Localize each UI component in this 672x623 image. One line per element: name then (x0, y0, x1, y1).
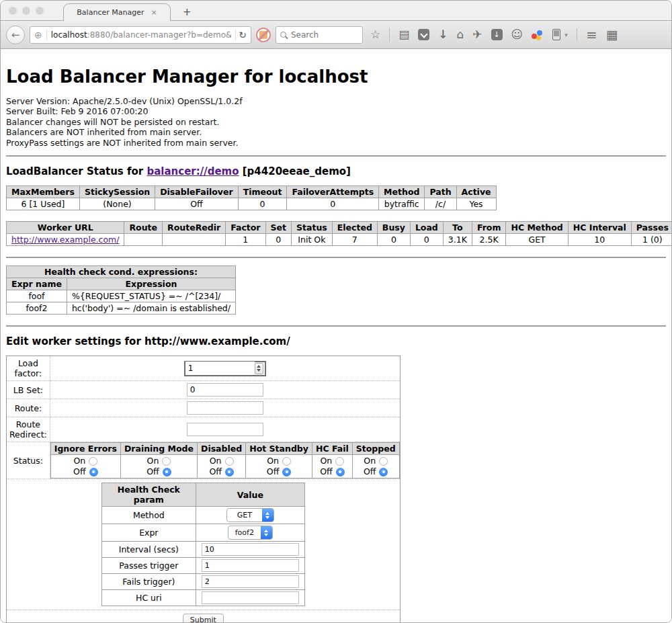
page-title: Load Balancer Manager for localhost (6, 67, 666, 87)
col-hc-value: Value (196, 483, 304, 507)
import-icon[interactable]: ↓ (491, 29, 503, 40)
menu-icon[interactable]: ≡ (586, 28, 597, 42)
col-path: Path (425, 186, 456, 198)
new-tab-button[interactable]: + (183, 6, 192, 18)
window-controls[interactable] (9, 7, 44, 15)
col-disabled: Disabled (198, 443, 246, 455)
balancer-status-heading: LoadBalancer Status for balancer://demo … (6, 165, 666, 177)
balancer-demo-link[interactable]: balancer://demo (146, 165, 239, 177)
col-draining-mode: Draining Mode (120, 443, 197, 455)
sync-caret-icon[interactable]: ▾ (564, 32, 568, 38)
url-path: :8880/balancer-manager?b=demo&w=http://w… (87, 30, 232, 40)
route-label: Route: (7, 399, 50, 417)
tab-balancer-manager[interactable]: Balancer Manager × (63, 3, 171, 21)
back-button[interactable]: ← (6, 26, 25, 44)
adblock-icon[interactable] (256, 28, 271, 42)
site-globe-icon[interactable]: ⊕ (34, 30, 42, 40)
share-service-icon[interactable] (532, 30, 544, 40)
tab-close-icon[interactable]: × (151, 8, 157, 17)
search-icon (280, 32, 286, 38)
ignore-errors-off-radio[interactable] (89, 468, 98, 476)
reload-icon[interactable]: ↻ (235, 30, 247, 40)
search-input[interactable] (290, 30, 350, 40)
draining-mode-on-radio[interactable] (162, 457, 171, 466)
search-bar[interactable] (276, 26, 363, 44)
send-tab-icon[interactable]: ✈ (472, 29, 482, 40)
col-disablefailover: DisableFailover (155, 186, 238, 198)
window-zoom-button[interactable] (36, 7, 44, 15)
sync-device-icon[interactable] (552, 29, 560, 40)
worker-table: Worker URL Route RouteRedir Factor Set S… (6, 221, 672, 246)
load-factor-field[interactable] (184, 361, 266, 376)
lb-set-input[interactable] (187, 383, 263, 397)
url-host: localhost (51, 30, 87, 40)
hot-standby-off-radio[interactable] (282, 468, 291, 476)
stopped-off-radio[interactable] (379, 468, 388, 476)
pocket-icon[interactable] (418, 29, 429, 40)
method-label: Method (101, 507, 196, 524)
divider (6, 155, 666, 157)
tab-title: Balancer Manager (77, 8, 144, 17)
browser-toolbar: ← ⊕ localhost:8880/balancer-manager?b=de… (1, 21, 671, 49)
select-stepper-icon (262, 508, 274, 522)
select-stepper-icon (261, 526, 272, 540)
fails-trigger-input[interactable] (202, 575, 299, 588)
route-redirect-input[interactable] (187, 423, 263, 436)
table-row: 6 [1 Used] (None) Off 0 0 bytraffic /c/ … (7, 198, 497, 210)
col-expr-name: Expr name (7, 278, 67, 290)
col-method: Method (379, 186, 425, 198)
window-close-button[interactable] (9, 7, 17, 15)
disabled-off-radio[interactable] (225, 468, 234, 476)
expr-label: Expr (101, 524, 196, 542)
keyboard-grid-icon[interactable]: ▦ (606, 28, 618, 41)
number-spinner-icon[interactable] (255, 363, 263, 374)
disabled-on-radio[interactable] (225, 457, 234, 466)
lb-set-label: LB Set: (7, 381, 50, 399)
home-icon[interactable]: ⌂ (457, 29, 464, 40)
edit-worker-heading: Edit worker settings for http://www.exam… (6, 335, 666, 347)
browser-window: Balancer Manager × + ← ⊕ localhost:8880/… (0, 0, 672, 623)
worker-row: http://www.example.com/ 1 0 Init Ok 7 0 … (7, 234, 672, 246)
hot-standby-on-radio[interactable] (282, 457, 291, 466)
expr-row: foof2 hc('body') =~ /domain is establish… (7, 302, 236, 315)
stopped-on-radio[interactable] (379, 457, 388, 466)
hc-fail-off-radio[interactable] (336, 468, 345, 476)
window-minimize-button[interactable] (22, 7, 30, 15)
server-built-line: Server Built: Feb 9 2016 07:00:20 (6, 106, 666, 116)
load-factor-label: Load factor: (7, 356, 50, 381)
server-info: Server Version: Apache/2.5.0-dev (Unix) … (6, 96, 666, 148)
col-worker-url: Worker URL (7, 222, 124, 234)
col-hot-standby: Hot Standby (246, 443, 312, 455)
reading-list-icon[interactable]: ▤ (398, 29, 409, 40)
worker-url-link[interactable]: http://www.example.com/ (11, 235, 119, 245)
fails-trigger-label: Fails trigger) (101, 574, 196, 590)
load-factor-input[interactable] (185, 362, 255, 375)
draining-mode-off-radio[interactable] (163, 468, 171, 476)
interval-input[interactable] (202, 543, 299, 556)
col-active: Active (456, 186, 496, 198)
url-bar[interactable]: ⊕ localhost:8880/balancer-manager?b=demo… (30, 26, 251, 44)
server-version-line: Server Version: Apache/2.5.0-dev (Unix) … (6, 96, 666, 106)
ignore-errors-on-radio[interactable] (89, 457, 97, 466)
hc-uri-input[interactable] (202, 591, 299, 604)
page-content: Load Balancer Manager for localhost Serv… (1, 67, 671, 623)
divider (6, 257, 666, 258)
col-stickysession: StickySession (79, 186, 155, 198)
submit-button[interactable]: Submit (183, 614, 224, 623)
passes-trigger-input[interactable] (202, 559, 299, 572)
bookmark-star-icon[interactable]: ☆ (370, 29, 380, 40)
url-text[interactable]: localhost:8880/balancer-manager?b=demo&w… (51, 30, 232, 40)
downloads-icon[interactable]: ↓ (438, 29, 448, 40)
col-expression: Expression (67, 278, 235, 290)
col-failoverattempts: FailoverAttempts (287, 186, 379, 198)
inherit-note-line: Balancers are NOT inherited from main se… (6, 127, 666, 137)
hc-uri-label: HC uri (101, 590, 196, 606)
interval-label: Interval (secs) (101, 542, 196, 558)
method-select[interactable]: GET (226, 508, 274, 522)
passes-trigger-label: Passes trigger (101, 558, 196, 574)
hello-chat-icon[interactable]: ☺ (511, 29, 523, 40)
hc-fail-on-radio[interactable] (335, 457, 344, 466)
expr-select[interactable]: foof2 (228, 526, 273, 540)
route-input[interactable] (187, 401, 263, 415)
tab-bar: Balancer Manager × + (1, 1, 671, 21)
